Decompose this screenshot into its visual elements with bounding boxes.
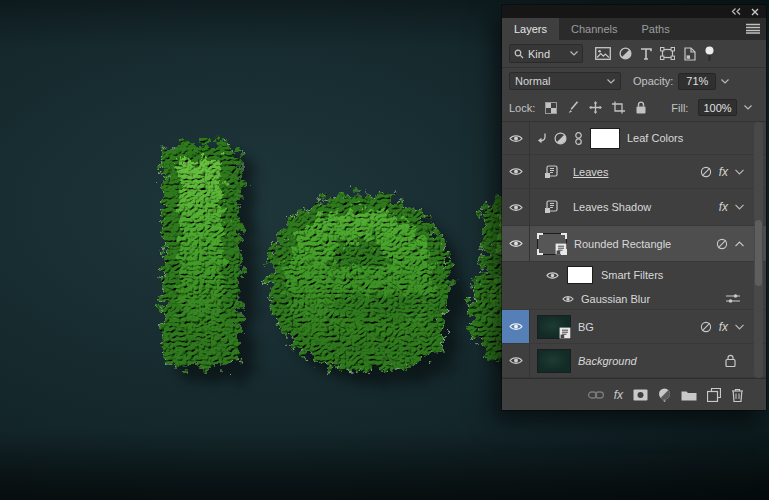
lock-artboard-icon[interactable] (612, 101, 625, 114)
opacity-value: 71% (686, 75, 708, 87)
tab-layers[interactable]: Layers (502, 18, 559, 40)
fill-field[interactable]: 100% (698, 99, 736, 116)
adjustment-layer-icon (554, 132, 567, 145)
visibility-toggle[interactable] (546, 271, 559, 280)
layer-row-rounded-rectangle[interactable]: Rounded Rectangle (502, 226, 766, 262)
lock-transparent-pixels-icon[interactable] (545, 102, 557, 114)
delete-layer-button[interactable] (731, 388, 744, 402)
fill-label: Fill: (671, 102, 688, 114)
filter-kind-dropdown[interactable]: Kind (509, 44, 583, 63)
pixel-layer-filter-icon[interactable] (595, 47, 611, 60)
blend-mode-value: Normal (515, 75, 607, 87)
filter-name[interactable]: Gaussian Blur (581, 293, 650, 305)
layer-mask-thumbnail[interactable] (590, 128, 620, 149)
lock-label: Lock: (509, 102, 535, 114)
blend-opacity-row: Normal Opacity: 71% (502, 68, 766, 94)
chevron-down-icon[interactable] (735, 204, 744, 210)
chevron-down-icon (607, 79, 615, 84)
tab-channels[interactable]: Channels (559, 18, 629, 40)
chevron-down-icon (570, 51, 578, 56)
filter-mask-thumbnail[interactable] (567, 266, 593, 284)
layer-thumbnail[interactable] (537, 349, 571, 373)
chevron-down-icon[interactable] (735, 169, 744, 175)
panel-titlebar (502, 5, 766, 18)
clipping-mask-icon (537, 133, 547, 144)
fx-badge[interactable]: fx (719, 321, 728, 333)
layer-thumbnail[interactable] (537, 315, 571, 339)
smart-filters-label[interactable]: Smart Filters (601, 269, 663, 281)
visibility-toggle[interactable] (502, 189, 530, 225)
lock-icon (725, 354, 736, 367)
lock-image-pixels-icon[interactable] (567, 101, 579, 114)
visibility-toggle[interactable] (502, 344, 530, 377)
mask-link-icon[interactable] (574, 132, 583, 145)
layer-row-background[interactable]: Background (502, 344, 766, 378)
layer-row-leaves[interactable]: Leaves fx (502, 155, 766, 189)
filtering-toggle-icon[interactable] (704, 46, 715, 62)
fx-badge[interactable]: fx (719, 201, 728, 213)
visibility-toggle[interactable] (502, 226, 530, 261)
filter-kind-value: Kind (528, 48, 566, 60)
layers-panel: Layers Channels Paths Kind (502, 5, 766, 410)
new-layer-button[interactable] (707, 388, 721, 402)
lock-fill-row: Lock: Fill: 100% (502, 94, 766, 122)
layer-name[interactable]: BG (578, 321, 594, 333)
panel-tab-bar: Layers Channels Paths (502, 18, 766, 40)
smart-filter-badge-icon (700, 321, 712, 333)
chevron-down-icon[interactable] (735, 324, 744, 330)
smart-object-badge-icon (559, 327, 571, 339)
collapse-panel-icon[interactable] (731, 8, 741, 15)
filter-blending-options-icon[interactable] (726, 293, 740, 304)
layer-row-gaussian-blur[interactable]: Gaussian Blur (502, 288, 766, 310)
photoshop-workspace: lea lea Layers Channels Paths (0, 0, 769, 500)
layer-name[interactable]: Rounded Rectangle (574, 238, 671, 250)
smart-object-badge-icon (544, 165, 558, 179)
layer-row-bg[interactable]: BG fx (502, 310, 766, 344)
layer-row-leaves-shadow[interactable]: Leaves Shadow fx (502, 189, 766, 226)
visibility-toggle-highlighted[interactable] (502, 310, 530, 343)
close-panel-icon[interactable] (751, 8, 759, 16)
layer-row-leaf-colors[interactable]: Leaf Colors (502, 122, 766, 155)
smart-filter-badge-icon (716, 238, 728, 250)
layer-name[interactable]: Leaves Shadow (573, 201, 651, 213)
layer-name[interactable]: Background (578, 355, 637, 367)
blend-mode-dropdown[interactable]: Normal (509, 72, 621, 90)
opacity-field[interactable]: 71% (678, 73, 716, 90)
adjustment-layer-filter-icon[interactable] (619, 47, 632, 60)
opacity-dropdown-icon[interactable] (721, 79, 729, 84)
panel-menu-icon[interactable] (746, 23, 760, 34)
layer-name[interactable]: Leaf Colors (627, 132, 683, 144)
layer-name[interactable]: Leaves (573, 166, 608, 178)
panel-scrollbar[interactable] (754, 122, 763, 378)
visibility-toggle[interactable] (562, 295, 574, 303)
fill-dropdown-icon[interactable] (744, 105, 752, 110)
type-layer-filter-icon[interactable] (640, 48, 652, 60)
smart-object-badge-icon (555, 243, 567, 255)
layer-row-smart-filters[interactable]: Smart Filters (502, 262, 766, 288)
smart-object-filter-icon[interactable] (683, 47, 696, 61)
scrollbar-thumb[interactable] (755, 220, 762, 286)
smart-object-badge-icon (544, 200, 558, 214)
fx-badge[interactable]: fx (719, 166, 728, 178)
new-group-button[interactable] (681, 389, 697, 401)
panel-footer: fx (502, 378, 766, 410)
tab-paths[interactable]: Paths (630, 18, 682, 40)
shape-layer-filter-icon[interactable] (660, 47, 675, 60)
layer-style-button[interactable]: fx (614, 389, 623, 401)
fill-value: 100% (703, 102, 731, 114)
search-icon (514, 49, 524, 59)
opacity-label: Opacity: (633, 75, 673, 87)
layer-mask-button[interactable] (633, 389, 648, 401)
lock-position-icon[interactable] (589, 101, 602, 114)
smart-filter-badge-icon (700, 166, 712, 178)
visibility-toggle[interactable] (502, 122, 530, 154)
visibility-toggle[interactable] (502, 155, 530, 188)
chevron-up-icon[interactable] (735, 241, 744, 247)
adjustment-layer-button[interactable] (658, 388, 671, 402)
link-layers-icon[interactable] (588, 390, 604, 400)
layer-filter-row: Kind (502, 40, 766, 68)
lock-all-icon[interactable] (635, 101, 647, 114)
layer-list: Leaf Colors Leaves fx (502, 122, 766, 378)
layer-thumbnail[interactable] (537, 233, 567, 255)
